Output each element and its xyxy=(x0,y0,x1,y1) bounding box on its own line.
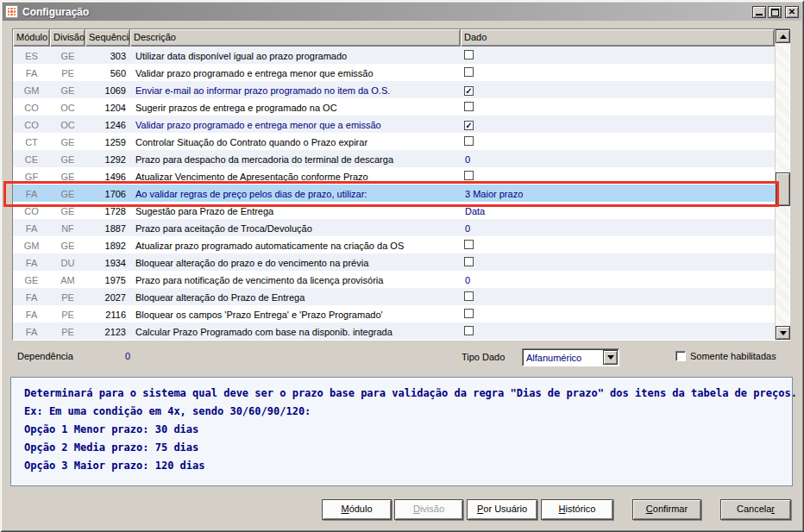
column-header-dado[interactable]: Dado xyxy=(461,29,775,47)
cell-mod: FA xyxy=(13,257,50,268)
column-header-mod[interactable]: Módulo xyxy=(13,29,50,47)
m-dulo-button[interactable]: Módulo xyxy=(322,499,392,520)
cell-div: PE xyxy=(50,326,85,337)
cell-seq: 1934 xyxy=(85,257,130,268)
tipo-dado-dropdown[interactable]: Alfanumérico xyxy=(522,348,619,366)
dependencia-label: Dependência xyxy=(17,351,73,361)
table-row[interactable]: FADU1934Bloquear alteração do prazo e do… xyxy=(13,253,789,271)
cell-div: GE xyxy=(50,171,85,182)
cell-mod: CE xyxy=(13,153,50,165)
table-row[interactable]: FAGE1706Ao validar regras de preço pelos… xyxy=(13,185,789,202)
cell-dado xyxy=(461,135,775,147)
cell-seq: 1496 xyxy=(85,171,130,182)
table-row[interactable]: FANF1887Prazo para aceitação de Troca/De… xyxy=(13,219,789,236)
table-header: MóduloDivisãoSequênciaDescriçãoDado xyxy=(13,29,789,47)
close-button[interactable]: ✕ xyxy=(785,6,799,18)
cell-desc: Atualizar Vencimento de Apresentação con… xyxy=(130,171,461,182)
table-row[interactable]: GFGE1496Atualizar Vencimento de Apresent… xyxy=(13,167,789,185)
cell-div: GE xyxy=(50,84,85,96)
dado-checkbox[interactable]: ✓ xyxy=(464,86,474,96)
cell-desc: Validar prazo programado e entrega menor… xyxy=(130,67,461,78)
cell-mod: CO xyxy=(13,205,50,216)
table-row[interactable]: COOC1246Validar prazo programado e entre… xyxy=(13,116,789,133)
cell-desc: Bloquear alteração do prazo e do vencime… xyxy=(130,257,461,268)
dado-checkbox[interactable] xyxy=(464,291,474,301)
dado-checkbox[interactable] xyxy=(464,102,474,111)
description-line: Determinará para o sistema qual deve ser… xyxy=(24,385,792,403)
dado-checkbox[interactable] xyxy=(464,171,474,180)
dado-checkbox[interactable] xyxy=(464,67,474,77)
cell-dado: 0 xyxy=(461,222,775,234)
title-bar[interactable]: Configuração ✕ xyxy=(3,3,801,21)
cell-desc: Sugestão para Prazo de Entrega xyxy=(130,205,461,216)
chevron-down-icon xyxy=(607,355,614,360)
table-row[interactable]: COGE1728Sugestão para Prazo de EntregaDa… xyxy=(13,202,789,219)
column-header-desc[interactable]: Descrição xyxy=(130,29,461,47)
cell-desc: Bloquear os campos 'Prazo Entrega' e 'Pr… xyxy=(130,309,461,320)
cell-desc: Utilizar data disponível igual ao prazo … xyxy=(130,50,461,61)
cell-desc: Prazo para aceitação de Troca/Devolução xyxy=(130,222,461,234)
table-row[interactable]: CEGE1292Prazo para despacho da mercadori… xyxy=(13,150,789,167)
table-row[interactable]: CTGE1259Controlar Situação do Contrato q… xyxy=(13,133,789,150)
cell-dado: ✓ xyxy=(461,119,775,130)
cell-div: AM xyxy=(50,274,85,285)
table-row[interactable]: GMGE1892Atualizar prazo programado autom… xyxy=(13,236,789,253)
column-header-div[interactable]: Divisão xyxy=(50,29,85,47)
cell-seq: 1246 xyxy=(85,119,130,130)
vertical-scrollbar[interactable] xyxy=(775,29,789,340)
maximize-icon xyxy=(771,9,779,16)
cell-dado xyxy=(461,170,775,182)
dado-checkbox[interactable] xyxy=(464,309,474,318)
dropdown-button[interactable] xyxy=(603,350,618,365)
cell-mod: GF xyxy=(13,171,50,182)
settings-table: MóduloDivisãoSequênciaDescriçãoDado ESGE… xyxy=(12,28,790,341)
column-header-seq[interactable]: Sequência xyxy=(85,29,130,47)
cell-desc: Atualizar prazo programado automaticamen… xyxy=(130,240,461,251)
table-row[interactable]: FAPE560Validar prazo programado e entreg… xyxy=(13,64,789,81)
dado-checkbox[interactable] xyxy=(464,240,474,249)
table-row[interactable]: COOC1204Sugerir prazos de entrega e prog… xyxy=(13,98,789,116)
minimize-icon xyxy=(756,14,763,16)
cell-dado: 0 xyxy=(461,153,775,165)
dado-checkbox[interactable] xyxy=(464,326,474,335)
divis-o-button: Divisão xyxy=(394,499,463,520)
cell-div: GE xyxy=(50,188,85,199)
scroll-up-button[interactable] xyxy=(776,29,790,43)
cell-desc: Calcular Prazo Programado com base na di… xyxy=(130,326,461,337)
cell-seq: 1292 xyxy=(85,153,130,165)
cell-div: PE xyxy=(50,67,85,78)
table-row[interactable]: GMGE1069Enviar e-mail ao informar prazo … xyxy=(13,81,789,98)
cell-mod: ES xyxy=(13,50,50,61)
scrollbar-thumb[interactable] xyxy=(776,172,790,206)
cell-dado xyxy=(461,291,775,303)
tipo-dado-value: Alfanumérico xyxy=(523,353,603,363)
cancelar-button[interactable]: Cancelar xyxy=(720,499,791,520)
somente-habilitadas-checkbox[interactable] xyxy=(675,351,686,361)
cell-dado xyxy=(461,239,775,251)
table-row[interactable]: FAPE2116Bloquear os campos 'Prazo Entreg… xyxy=(13,305,789,322)
configuration-dialog: Configuração ✕ MóduloDivisãoSequênciaDes… xyxy=(0,0,804,532)
cell-mod: FA xyxy=(13,222,50,234)
table-row[interactable]: FAPE2123Calcular Prazo Programado com ba… xyxy=(13,322,789,340)
hist-rico-button[interactable]: Histórico xyxy=(541,499,613,520)
por-usu-rio-button[interactable]: Por Usuário xyxy=(467,499,537,520)
cell-seq: 1728 xyxy=(85,205,130,216)
description-line: Opção 3 Maior prazo: 120 dias xyxy=(24,457,792,475)
dado-checkbox[interactable] xyxy=(464,50,474,59)
scroll-down-button[interactable] xyxy=(776,326,790,340)
confirmar-button[interactable]: Confirmar xyxy=(632,499,701,520)
dado-checkbox[interactable]: ✓ xyxy=(464,121,474,130)
cell-div: PE xyxy=(50,309,85,320)
dado-checkbox[interactable] xyxy=(464,257,474,266)
app-icon xyxy=(5,5,18,18)
table-row[interactable]: GEAM1975Prazo para notificação de vencim… xyxy=(13,271,789,288)
cell-dado xyxy=(461,308,775,320)
table-row[interactable]: ESGE303Utilizar data disponível igual ao… xyxy=(13,47,789,64)
cell-desc: Ao validar regras de preço pelos dias de… xyxy=(130,188,461,199)
minimize-button[interactable] xyxy=(752,6,766,18)
cell-seq: 1259 xyxy=(85,136,130,147)
dado-checkbox[interactable] xyxy=(464,136,474,146)
table-row[interactable]: FAPE2027Bloquear alteração do Prazo de E… xyxy=(13,288,789,305)
maximize-button[interactable] xyxy=(768,6,782,18)
cell-div: GE xyxy=(50,136,85,147)
